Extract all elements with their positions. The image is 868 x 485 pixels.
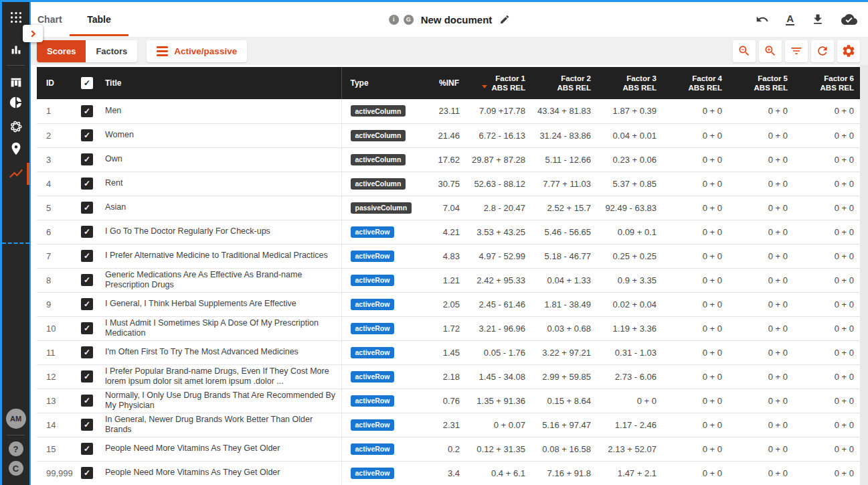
row-title[interactable]: Rent: [100, 171, 341, 196]
row-title[interactable]: Normally, I Only Use Drug Brands That Ar…: [100, 389, 341, 413]
row-checkbox[interactable]: ✓: [81, 298, 93, 310]
font-color-button[interactable]: A: [786, 13, 794, 25]
donut-chart-icon[interactable]: [2, 94, 29, 111]
map-pin-icon[interactable]: [2, 140, 29, 157]
table-header-row: ID ✓ Title Type %INF Factor 1ABS RELFact…: [37, 67, 860, 99]
column-header-inf[interactable]: %INF: [422, 67, 462, 99]
table-row: 3✓OwnactiveColumn17.6229.87 + 87.285.11 …: [37, 147, 860, 171]
row-title[interactable]: Own: [100, 147, 341, 171]
avatar[interactable]: AM: [6, 409, 26, 429]
factor-value: 31.24 - 83.86: [527, 123, 593, 147]
edit-title-button[interactable]: [499, 14, 510, 25]
tab-table[interactable]: Table: [70, 2, 128, 37]
factors-button[interactable]: Factors: [86, 40, 137, 62]
filter-button[interactable]: [785, 40, 808, 62]
column-header-factor-6[interactable]: Factor 6ABS REL: [790, 67, 860, 99]
sidebar-expand-handle[interactable]: [23, 25, 43, 42]
type-badge: activeColumn: [351, 154, 406, 165]
row-checkbox-cell: ✓: [74, 461, 100, 485]
row-checkbox[interactable]: ✓: [81, 370, 93, 383]
bar-chart-icon[interactable]: [2, 41, 29, 58]
row-type-cell: activeRow: [341, 316, 422, 340]
scores-button[interactable]: Scores: [37, 40, 86, 62]
type-badge: passiveColumn: [351, 202, 412, 214]
factor-value: 0 + 0: [724, 196, 790, 220]
font-color-icon: A: [786, 13, 794, 25]
row-checkbox[interactable]: ✓: [81, 202, 93, 214]
row-title[interactable]: Generic Medications Are As Effective As …: [100, 268, 341, 292]
row-type-cell: activeColumn: [341, 147, 422, 171]
factor-value: 0 + 0: [724, 389, 790, 413]
row-title[interactable]: People Need More Vitamins As They Get Ol…: [100, 437, 341, 461]
bubble-chart-icon[interactable]: [2, 118, 29, 135]
row-title[interactable]: People Need More Vitamins As They Get Ol…: [100, 461, 341, 485]
row-checkbox[interactable]: ✓: [81, 419, 93, 431]
row-checkbox[interactable]: ✓: [81, 274, 93, 286]
column-header-type[interactable]: Type: [341, 67, 422, 99]
row-title[interactable]: In General, Newer Drug Brands Work Bette…: [100, 413, 341, 437]
row-title[interactable]: I Prefer Alternative Medicine to Traditi…: [100, 244, 341, 268]
column-header-id[interactable]: ID: [37, 67, 74, 99]
row-type-cell: activeRow: [341, 220, 422, 244]
column-chart-icon[interactable]: [2, 74, 29, 92]
factor-value: 0 + 0: [724, 292, 790, 316]
factor-value: 0 + 0: [724, 461, 790, 485]
factor-value: 0 + 0: [724, 147, 790, 171]
column-header-factor-2[interactable]: Factor 2ABS REL: [527, 67, 593, 99]
settings-button[interactable]: [837, 40, 860, 62]
zoom-out-button[interactable]: [733, 40, 756, 62]
factor-value: 0 + 0: [659, 268, 724, 292]
download-button[interactable]: [811, 13, 824, 26]
refresh-button[interactable]: [811, 40, 834, 62]
column-header-factor-5[interactable]: Factor 5ABS REL: [724, 67, 790, 99]
cloud-sync-button[interactable]: [841, 11, 857, 27]
row-title[interactable]: I'm Often First To Try The Most Advanced…: [100, 340, 341, 364]
row-title[interactable]: I Go To The Doctor Regularly For Check-u…: [100, 220, 341, 244]
row-checkbox[interactable]: ✓: [81, 153, 93, 165]
row-title[interactable]: I General, I Think Herbal Supplements Ar…: [100, 292, 341, 316]
column-header-title[interactable]: Title: [100, 67, 341, 99]
column-header-factor-1[interactable]: Factor 1ABS REL: [462, 67, 527, 99]
apps-grid-icon[interactable]: [2, 9, 29, 26]
row-checkbox[interactable]: ✓: [81, 346, 93, 358]
row-checkbox[interactable]: ✓: [81, 395, 93, 407]
zoom-in-button[interactable]: [759, 40, 782, 62]
row-checkbox[interactable]: ✓: [81, 178, 93, 190]
row-id: 7: [37, 244, 74, 268]
factor-value: 0 + 0: [659, 292, 724, 316]
active-item-indicator: [27, 163, 29, 185]
factor-value: 2.8 - 20.47: [462, 196, 527, 220]
c-badge-icon[interactable]: C: [9, 461, 23, 476]
row-checkbox[interactable]: ✓: [81, 443, 93, 455]
factor-value: 0 + 0: [790, 437, 860, 461]
row-checkbox[interactable]: ✓: [81, 105, 93, 117]
row-title[interactable]: Men: [100, 99, 341, 123]
factor-value: 0 + 0: [724, 171, 790, 196]
row-title[interactable]: Women: [100, 123, 341, 147]
row-title[interactable]: Asian: [100, 196, 341, 220]
row-title[interactable]: I Must Admit I Sometimes Skip A Dose Of …: [100, 316, 341, 340]
row-checkbox[interactable]: ✓: [81, 467, 93, 479]
g-badge-icon[interactable]: G: [404, 15, 414, 25]
factor-value: 5.18 - 46.77: [527, 244, 593, 268]
column-header-factor-3[interactable]: Factor 3ABS REL: [593, 67, 659, 99]
line-chart-icon[interactable]: [2, 165, 29, 182]
row-title[interactable]: I Prefer Popular Brand-name Drugs, Even …: [100, 364, 341, 389]
type-badge: activeColumn: [351, 130, 406, 141]
factor-value: 1.47 + 2.1: [593, 461, 659, 485]
undo-icon: [756, 13, 769, 26]
factor-value: 2.45 - 61.46: [462, 292, 527, 316]
row-checkbox[interactable]: ✓: [81, 129, 93, 141]
select-all-checkbox[interactable]: ✓: [81, 77, 93, 89]
row-checkbox[interactable]: ✓: [81, 226, 93, 238]
info-icon[interactable]: i: [389, 15, 399, 25]
row-checkbox[interactable]: ✓: [81, 322, 93, 334]
active-passive-button[interactable]: Active/passive: [147, 40, 247, 62]
scrollbar-gutter[interactable]: [860, 65, 868, 485]
help-icon[interactable]: ?: [9, 441, 23, 456]
select-all-cell: ✓: [74, 67, 100, 99]
undo-button[interactable]: [756, 13, 769, 26]
column-header-factor-4[interactable]: Factor 4ABS REL: [659, 67, 724, 99]
drop-indicator-line: [2, 242, 29, 244]
row-checkbox[interactable]: ✓: [81, 250, 93, 262]
